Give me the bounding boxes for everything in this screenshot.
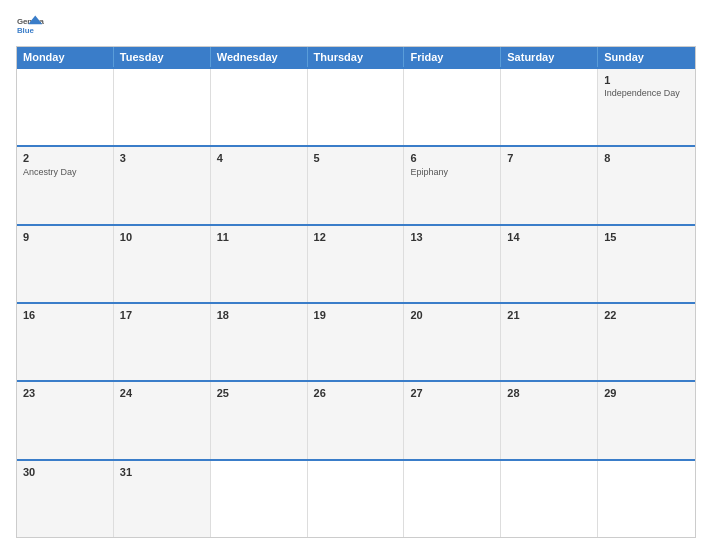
- day-number: 19: [314, 308, 326, 322]
- cal-cell: [308, 69, 405, 145]
- cal-cell: 5: [308, 147, 405, 223]
- cal-cell: [404, 69, 501, 145]
- day-number: 20: [410, 308, 422, 322]
- week-row-6: 3031: [17, 459, 695, 537]
- cal-cell: 15: [598, 226, 695, 302]
- day-number: 13: [410, 230, 422, 244]
- weekday-header-sunday: Sunday: [598, 47, 695, 67]
- day-number: 25: [217, 386, 229, 400]
- cal-cell: 3: [114, 147, 211, 223]
- cal-cell: 24: [114, 382, 211, 458]
- day-number: 23: [23, 386, 35, 400]
- cal-cell: 14: [501, 226, 598, 302]
- day-number: 26: [314, 386, 326, 400]
- cal-cell: 2Ancestry Day: [17, 147, 114, 223]
- cal-cell: 29: [598, 382, 695, 458]
- day-number: 9: [23, 230, 29, 244]
- logo: General Blue: [16, 12, 44, 40]
- cal-cell: 1Independence Day: [598, 69, 695, 145]
- cal-cell: 28: [501, 382, 598, 458]
- week-row-1: 1Independence Day: [17, 67, 695, 145]
- day-number: 15: [604, 230, 616, 244]
- day-number: 31: [120, 465, 132, 479]
- cal-cell: [308, 461, 405, 537]
- cal-cell: 12: [308, 226, 405, 302]
- page-header: General Blue: [16, 12, 696, 40]
- cal-cell: 10: [114, 226, 211, 302]
- day-number: 30: [23, 465, 35, 479]
- calendar-page: General Blue MondayTuesdayWednesdayThurs…: [0, 0, 712, 550]
- week-row-3: 9101112131415: [17, 224, 695, 302]
- day-number: 6: [410, 151, 416, 165]
- day-number: 8: [604, 151, 610, 165]
- cal-cell: 11: [211, 226, 308, 302]
- day-number: 24: [120, 386, 132, 400]
- cal-cell: [114, 69, 211, 145]
- weekday-header-wednesday: Wednesday: [211, 47, 308, 67]
- cal-cell: 6Epiphany: [404, 147, 501, 223]
- weekday-header-tuesday: Tuesday: [114, 47, 211, 67]
- weekday-header-monday: Monday: [17, 47, 114, 67]
- week-row-4: 16171819202122: [17, 302, 695, 380]
- calendar-body: 1Independence Day2Ancestry Day3456Epipha…: [17, 67, 695, 537]
- cal-cell: [598, 461, 695, 537]
- day-number: 4: [217, 151, 223, 165]
- day-number: 11: [217, 230, 229, 244]
- day-number: 16: [23, 308, 35, 322]
- logo-icon: General Blue: [16, 12, 44, 40]
- week-row-2: 2Ancestry Day3456Epiphany78: [17, 145, 695, 223]
- cal-cell: 27: [404, 382, 501, 458]
- calendar: MondayTuesdayWednesdayThursdayFridaySatu…: [16, 46, 696, 538]
- day-number: 22: [604, 308, 616, 322]
- day-number: 12: [314, 230, 326, 244]
- cal-cell: 26: [308, 382, 405, 458]
- cal-cell: 31: [114, 461, 211, 537]
- week-row-5: 23242526272829: [17, 380, 695, 458]
- day-number: 27: [410, 386, 422, 400]
- day-number: 5: [314, 151, 320, 165]
- cal-cell: 22: [598, 304, 695, 380]
- weekday-header-saturday: Saturday: [501, 47, 598, 67]
- day-number: 14: [507, 230, 519, 244]
- day-number: 7: [507, 151, 513, 165]
- cal-cell: 18: [211, 304, 308, 380]
- weekday-header-thursday: Thursday: [308, 47, 405, 67]
- cal-cell: 25: [211, 382, 308, 458]
- cal-cell: 7: [501, 147, 598, 223]
- day-event: Epiphany: [410, 167, 448, 178]
- cal-cell: 23: [17, 382, 114, 458]
- cal-cell: 19: [308, 304, 405, 380]
- cal-cell: 13: [404, 226, 501, 302]
- day-number: 28: [507, 386, 519, 400]
- day-number: 17: [120, 308, 132, 322]
- cal-cell: [17, 69, 114, 145]
- calendar-weekday-header: MondayTuesdayWednesdayThursdayFridaySatu…: [17, 47, 695, 67]
- svg-text:Blue: Blue: [17, 26, 35, 35]
- day-number: 1: [604, 73, 610, 87]
- day-number: 29: [604, 386, 616, 400]
- cal-cell: 8: [598, 147, 695, 223]
- cal-cell: 17: [114, 304, 211, 380]
- cal-cell: 30: [17, 461, 114, 537]
- cal-cell: 9: [17, 226, 114, 302]
- day-number: 2: [23, 151, 29, 165]
- weekday-header-friday: Friday: [404, 47, 501, 67]
- cal-cell: 16: [17, 304, 114, 380]
- day-event: Ancestry Day: [23, 167, 77, 178]
- cal-cell: [404, 461, 501, 537]
- cal-cell: [501, 69, 598, 145]
- cal-cell: 4: [211, 147, 308, 223]
- day-number: 3: [120, 151, 126, 165]
- day-number: 18: [217, 308, 229, 322]
- cal-cell: [501, 461, 598, 537]
- day-number: 10: [120, 230, 132, 244]
- day-event: Independence Day: [604, 88, 680, 99]
- cal-cell: [211, 69, 308, 145]
- day-number: 21: [507, 308, 519, 322]
- cal-cell: 20: [404, 304, 501, 380]
- cal-cell: 21: [501, 304, 598, 380]
- cal-cell: [211, 461, 308, 537]
